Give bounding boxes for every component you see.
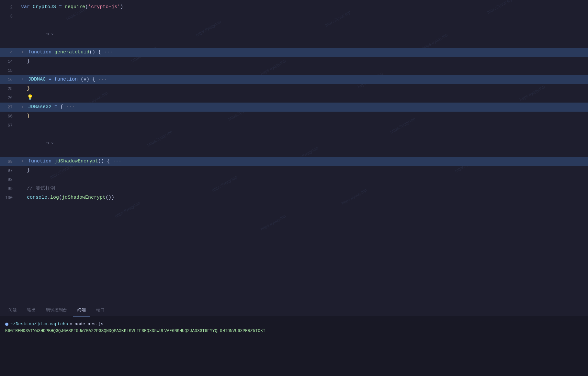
fold-arrow[interactable]: › bbox=[21, 77, 24, 82]
terminal-arrow: » bbox=[70, 322, 73, 326]
tab-output[interactable]: 输出 bbox=[23, 305, 40, 316]
line-number: 67 bbox=[0, 123, 18, 128]
line-number: 15 bbox=[0, 68, 18, 73]
refactor-row-2: ⟲ ∨ bbox=[0, 130, 588, 157]
terminal-path: ~/Desktop/jd-m-captcha bbox=[10, 322, 68, 326]
code-line-16: 16 › JDDMAC = function (v) { ··· bbox=[0, 75, 588, 84]
code-line-67: 67 bbox=[0, 121, 588, 130]
fold-arrow[interactable]: › bbox=[21, 104, 24, 110]
refactor-row-1: ⟲ ∨ bbox=[0, 21, 588, 48]
code-line-25: 25 } bbox=[0, 84, 588, 93]
line-code: // 测试样例 bbox=[18, 184, 588, 193]
fold-arrow[interactable]: › bbox=[21, 159, 24, 164]
watermark: https://yqqy.top bbox=[260, 213, 287, 232]
code-line-4: 4 › function generateUuid() { ··· bbox=[0, 48, 588, 57]
line-code: › function jdShadowEncrypt() { ··· bbox=[18, 157, 588, 166]
line-number: 4 bbox=[0, 50, 18, 55]
line-number: 2 bbox=[0, 5, 18, 10]
code-line-2: 2 var CryptoJS = require('crypto-js') bbox=[0, 3, 588, 12]
code-line-98: 98 bbox=[0, 175, 588, 184]
line-code: } bbox=[18, 84, 588, 93]
line-code: › function generateUuid() { ··· bbox=[18, 48, 588, 57]
bulb-icon[interactable]: 💡 bbox=[27, 95, 33, 101]
terminal-content: ~/Desktop/jd-m-captcha » node aes.js K6G… bbox=[0, 316, 588, 376]
fold-arrow[interactable]: › bbox=[21, 50, 24, 55]
code-line-68: 68 › function jdShadowEncrypt() { ··· bbox=[0, 157, 588, 166]
code-line-100: 100 console.log(jdShadowEncrypt()) bbox=[0, 193, 588, 202]
line-number: 27 bbox=[0, 105, 18, 110]
line-code: } bbox=[18, 57, 588, 66]
terminal-dot bbox=[5, 323, 8, 326]
terminal-command: node aes.js bbox=[74, 322, 103, 326]
terminal-output: K6GIREMD3VTYW3HDPBHQGQJGASPF0UW7GA22PGSQ… bbox=[5, 328, 583, 334]
tab-terminal[interactable]: 终端 bbox=[73, 305, 90, 316]
line-code: } bbox=[18, 166, 588, 175]
line-number: 68 bbox=[0, 159, 18, 164]
code-line-66: 66 } bbox=[0, 112, 588, 121]
refactor-icon[interactable]: ⟲ ∨ bbox=[46, 30, 53, 39]
line-number: 98 bbox=[0, 177, 18, 182]
line-number: 66 bbox=[0, 114, 18, 119]
line-number: 97 bbox=[0, 168, 18, 173]
code-line-27: 27 › JDBase32 = { ··· bbox=[0, 103, 588, 112]
code-editor: 2 var CryptoJS = require('crypto-js') 3 … bbox=[0, 0, 588, 205]
line-code: ⟲ ∨ bbox=[18, 21, 588, 48]
code-line-3: 3 bbox=[0, 12, 588, 21]
line-number: 100 bbox=[0, 195, 18, 200]
terminal-prompt: ~/Desktop/jd-m-captcha » node aes.js bbox=[5, 322, 583, 326]
terminal-panel: 问题 输出 调试控制台 终端 端口 ~/Desktop/jd-m-captcha… bbox=[0, 305, 588, 376]
line-code: console.log(jdShadowEncrypt()) bbox=[18, 193, 588, 202]
code-line-15: 15 bbox=[0, 66, 588, 75]
code-line-97: 97 } bbox=[0, 166, 588, 175]
code-line-26: 26 💡 bbox=[0, 93, 588, 103]
tab-debug-console[interactable]: 调试控制台 bbox=[41, 305, 72, 316]
line-number: 14 bbox=[0, 59, 18, 64]
line-code: var CryptoJS = require('crypto-js') bbox=[18, 3, 588, 12]
terminal-tabs: 问题 输出 调试控制台 终端 端口 bbox=[0, 305, 588, 316]
line-number: 16 bbox=[0, 77, 18, 82]
line-code: } bbox=[18, 112, 588, 121]
code-line-14: 14 } bbox=[0, 57, 588, 66]
line-code: › JDBase32 = { ··· bbox=[18, 103, 588, 112]
tab-problems[interactable]: 问题 bbox=[4, 305, 21, 316]
line-number: 25 bbox=[0, 86, 18, 91]
line-code: ⟲ ∨ bbox=[18, 130, 588, 157]
code-line-99: 99 // 测试样例 bbox=[0, 184, 588, 193]
line-number: 99 bbox=[0, 186, 18, 191]
refactor-icon-2[interactable]: ⟲ ∨ bbox=[46, 139, 53, 148]
line-number: 3 bbox=[0, 14, 18, 19]
line-number: 26 bbox=[0, 95, 18, 100]
tab-ports[interactable]: 端口 bbox=[92, 305, 109, 316]
line-code: › JDDMAC = function (v) { ··· bbox=[18, 75, 588, 84]
terminal-divider bbox=[5, 320, 583, 320]
line-code: 💡 bbox=[18, 93, 588, 103]
